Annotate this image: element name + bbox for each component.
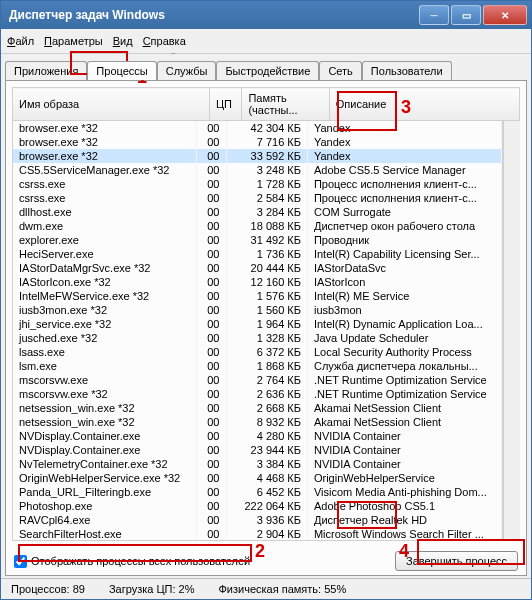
status-cpu: Загрузка ЦП: 2% <box>109 583 195 595</box>
table-row[interactable]: OriginWebHelperService.exe *32004 468 КБ… <box>13 471 502 485</box>
menu-options[interactable]: Параметры <box>44 35 103 47</box>
tab-services[interactable]: Службы <box>157 61 217 80</box>
cell-name: mscorsvw.exe <box>13 373 197 387</box>
cell-mem: 1 560 КБ <box>226 303 307 317</box>
table-row[interactable]: Panda_URL_Filteringb.exe006 452 КБVisico… <box>13 485 502 499</box>
cell-cpu: 00 <box>197 359 226 373</box>
table-row[interactable]: SearchFilterHost.exe002 904 КБMicrosoft … <box>13 527 502 541</box>
column-description[interactable]: Описание <box>329 88 519 121</box>
table-row[interactable]: iusb3mon.exe *32001 560 КБiusb3mon <box>13 303 502 317</box>
cell-name: SearchFilterHost.exe <box>13 527 197 541</box>
cell-mem: 4 280 КБ <box>226 429 307 443</box>
table-row[interactable]: lsm.exe001 868 КБСлужба диспетчера локал… <box>13 359 502 373</box>
table-row[interactable]: Photoshop.exe00222 064 КБAdobe Photoshop… <box>13 499 502 513</box>
cell-name: dwm.exe <box>13 219 197 233</box>
table-row[interactable]: jhi_service.exe *32001 964 КБIntel(R) Dy… <box>13 317 502 331</box>
cell-name: netsession_win.exe *32 <box>13 415 197 429</box>
cell-name: browser.exe *32 <box>13 121 197 135</box>
cell-desc: IAStorIcon <box>307 275 501 289</box>
cell-cpu: 00 <box>197 513 226 527</box>
cell-desc: Microsoft Windows Search Filter ... <box>307 527 501 541</box>
tab-applications[interactable]: Приложения <box>5 61 87 80</box>
table-row[interactable]: browser.exe *320042 304 КБYandex <box>13 121 502 135</box>
table-row[interactable]: mscorsvw.exe002 764 КБ.NET Runtime Optim… <box>13 373 502 387</box>
cell-name: jhi_service.exe *32 <box>13 317 197 331</box>
cell-cpu: 00 <box>197 303 226 317</box>
cell-desc: NVIDIA Container <box>307 443 501 457</box>
cell-desc: Akamai NetSession Client <box>307 401 501 415</box>
status-processes: Процессов: 89 <box>11 583 85 595</box>
end-process-button[interactable]: Завершить процесс <box>395 551 518 571</box>
cell-name: NVDisplay.Container.exe <box>13 429 197 443</box>
cell-mem: 2 636 КБ <box>226 387 307 401</box>
table-row[interactable]: NvTelemetryContainer.exe *32003 384 КБNV… <box>13 457 502 471</box>
minimize-button[interactable]: ─ <box>419 5 449 25</box>
cell-mem: 31 492 КБ <box>226 233 307 247</box>
table-row[interactable]: dllhost.exe003 284 КБCOM Surrogate <box>13 205 502 219</box>
close-button[interactable]: ✕ <box>483 5 527 25</box>
table-row[interactable]: RAVCpl64.exe003 936 КБДиспетчер Realtek … <box>13 513 502 527</box>
table-row[interactable]: dwm.exe0018 088 КБДиспетчер окон рабочег… <box>13 219 502 233</box>
menu-file[interactable]: Файл <box>7 35 34 47</box>
table-row[interactable]: netsession_win.exe *32002 668 КБAkamai N… <box>13 401 502 415</box>
cell-desc: .NET Runtime Optimization Service <box>307 373 501 387</box>
table-row[interactable]: HeciServer.exe001 736 КБIntel(R) Capabil… <box>13 247 502 261</box>
cell-name: Panda_URL_Filteringb.exe <box>13 485 197 499</box>
cell-cpu: 00 <box>197 457 226 471</box>
cell-name: csrss.exe <box>13 191 197 205</box>
cell-name: csrss.exe <box>13 177 197 191</box>
show-all-users-input[interactable] <box>14 555 27 568</box>
menu-view[interactable]: Вид <box>113 35 133 47</box>
table-row[interactable]: browser.exe *320033 592 КБYandex <box>13 149 502 163</box>
cell-cpu: 00 <box>197 401 226 415</box>
table-row[interactable]: IntelMeFWService.exe *32001 576 КБIntel(… <box>13 289 502 303</box>
cell-desc: Yandex <box>307 149 501 163</box>
cell-desc: Visicom Media Anti-phishing Dom... <box>307 485 501 499</box>
cell-name: NVDisplay.Container.exe <box>13 443 197 457</box>
table-row[interactable]: netsession_win.exe *32008 932 КБAkamai N… <box>13 415 502 429</box>
table-row[interactable]: explorer.exe0031 492 КБПроводник <box>13 233 502 247</box>
cell-desc: COM Surrogate <box>307 205 501 219</box>
table-row[interactable]: mscorsvw.exe *32002 636 КБ.NET Runtime O… <box>13 387 502 401</box>
table-row[interactable]: NVDisplay.Container.exe004 280 КБNVIDIA … <box>13 429 502 443</box>
menu-help[interactable]: Справка <box>143 35 186 47</box>
cell-desc: NVIDIA Container <box>307 457 501 471</box>
tab-performance[interactable]: Быстродействие <box>216 61 319 80</box>
table-row[interactable]: NVDisplay.Container.exe0023 944 КБNVIDIA… <box>13 443 502 457</box>
cell-cpu: 00 <box>197 317 226 331</box>
table-row[interactable]: IAStorDataMgrSvc.exe *320020 444 КБIASto… <box>13 261 502 275</box>
cell-mem: 1 728 КБ <box>226 177 307 191</box>
column-cpu[interactable]: ЦП <box>209 88 242 121</box>
tab-network[interactable]: Сеть <box>319 61 361 80</box>
cell-name: jusched.exe *32 <box>13 331 197 345</box>
cell-mem: 2 668 КБ <box>226 401 307 415</box>
cell-name: IAStorIcon.exe *32 <box>13 275 197 289</box>
table-row[interactable]: jusched.exe *32001 328 КБJava Update Sch… <box>13 331 502 345</box>
table-row[interactable]: csrss.exe002 584 КБПроцесс исполнения кл… <box>13 191 502 205</box>
column-name[interactable]: Имя образа <box>13 88 210 121</box>
cell-name: OriginWebHelperService.exe *32 <box>13 471 197 485</box>
tab-users[interactable]: Пользователи <box>362 61 452 80</box>
cell-name: IntelMeFWService.exe *32 <box>13 289 197 303</box>
table-row[interactable]: browser.exe *32007 716 КБYandex <box>13 135 502 149</box>
cell-cpu: 00 <box>197 233 226 247</box>
table-row[interactable]: csrss.exe001 728 КБПроцесс исполнения кл… <box>13 177 502 191</box>
cell-mem: 8 932 КБ <box>226 415 307 429</box>
cell-name: iusb3mon.exe *32 <box>13 303 197 317</box>
table-row[interactable]: IAStorIcon.exe *320012 160 КБIAStorIcon <box>13 275 502 289</box>
cell-mem: 2 764 КБ <box>226 373 307 387</box>
table-row[interactable]: lsass.exe006 372 КБLocal Security Author… <box>13 345 502 359</box>
cell-desc: Проводник <box>307 233 501 247</box>
tab-processes[interactable]: Процессы <box>87 61 156 80</box>
column-memory[interactable]: Память (частны... <box>242 88 329 121</box>
cell-mem: 20 444 КБ <box>226 261 307 275</box>
cell-desc: Adobe CS5.5 Service Manager <box>307 163 501 177</box>
cell-cpu: 00 <box>197 163 226 177</box>
window-title: Диспетчер задач Windows <box>9 8 419 22</box>
table-row[interactable]: CS5.5ServiceManager.exe *32003 248 КБAdo… <box>13 163 502 177</box>
cell-cpu: 00 <box>197 471 226 485</box>
maximize-button[interactable]: ▭ <box>451 5 481 25</box>
vertical-scrollbar[interactable] <box>503 121 520 541</box>
cell-cpu: 00 <box>197 443 226 457</box>
show-all-users-checkbox[interactable]: Отображать процессы всех пользователей <box>14 555 250 568</box>
